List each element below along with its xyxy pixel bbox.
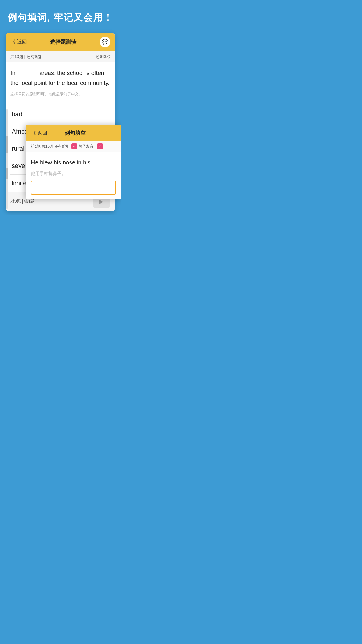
checkbox-pink-2: ✓	[97, 144, 103, 149]
main-title: 例句填词, 牢记又会用！	[6, 12, 115, 24]
fill-translation: 他用手帕擤鼻子。	[31, 171, 116, 176]
top-section: 例句填词, 牢记又会用！	[0, 0, 121, 33]
scrollbar-thumb-2	[6, 168, 8, 179]
chat-icon[interactable]: 💬	[100, 37, 110, 47]
option-bad[interactable]: bad	[10, 106, 110, 123]
quiz-subheader: 共10题 | 还有9题 还剩3秒	[6, 51, 115, 62]
fill-input[interactable]	[31, 181, 116, 195]
quiz-title: 选择题测验	[50, 38, 76, 46]
extra-option[interactable]: ✓	[97, 144, 103, 149]
question-sentence: In areas, the school is often the focal …	[10, 68, 110, 88]
sentence-audio-label: 句子发音	[78, 144, 94, 149]
fill-sentence-blank	[92, 158, 110, 167]
checkbox-pink-1: ✓	[71, 144, 77, 149]
quiz-timer: 还剩3秒	[96, 54, 110, 60]
fill-header: 《 返回 例句填空	[26, 125, 121, 141]
fill-back-button[interactable]: 《 返回	[31, 130, 47, 136]
quiz-progress: 共10题 | 还有9题	[10, 54, 41, 60]
blank-indicator	[19, 68, 36, 78]
question-prefix: In	[10, 70, 15, 76]
side-scrollbar	[6, 109, 8, 209]
fill-sentence: He blew his nose in his .	[31, 158, 116, 167]
quiz-score: 对0题 | 错1题	[10, 199, 35, 204]
hint-text[interactable]: 选择单词的原型即可。点此显示句子中文。	[10, 92, 110, 101]
scrollbar-thumb-1	[6, 136, 8, 153]
quiz-header: 《 返回 选择题测验 💬	[6, 33, 115, 51]
fill-subheader: 第1轮|共10词|还有9词 ✓ 句子发音 ✓	[26, 141, 121, 152]
fill-progress: 第1轮|共10词|还有9词	[31, 144, 68, 149]
fill-sentence-suffix: .	[111, 159, 113, 166]
fill-body: He blew his nose in his . 他用手帕擤鼻子。	[26, 152, 121, 200]
fill-overlay: 《 返回 例句填空 第1轮|共10词|还有9词 ✓ 句子发音 ✓ He blew…	[26, 125, 121, 200]
fill-title: 例句填空	[65, 130, 86, 136]
fill-sentence-text: He blew his nose in his	[31, 159, 91, 166]
sentence-audio-option[interactable]: ✓ 句子发音	[71, 144, 94, 149]
quiz-back-button[interactable]: 《 返回	[10, 38, 27, 45]
